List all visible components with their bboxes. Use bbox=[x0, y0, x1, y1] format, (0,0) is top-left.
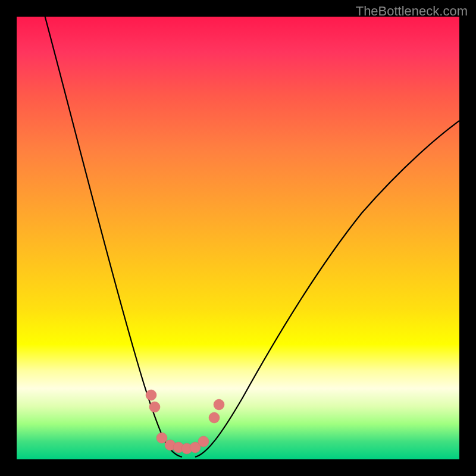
marker-point bbox=[198, 436, 209, 447]
marker-point bbox=[165, 440, 176, 450]
marker-point bbox=[190, 442, 201, 453]
marker-point bbox=[156, 433, 167, 443]
marker-point bbox=[173, 442, 184, 453]
curve-right bbox=[195, 121, 459, 457]
marker-group bbox=[146, 390, 224, 454]
chart-curves-svg bbox=[17, 17, 459, 459]
curve-left bbox=[43, 17, 182, 457]
marker-point bbox=[146, 390, 156, 400]
marker-point bbox=[181, 443, 192, 454]
chart-plot-area bbox=[17, 17, 459, 459]
marker-point bbox=[209, 412, 220, 423]
watermark-text: TheBottleneck.com bbox=[356, 4, 468, 19]
marker-point bbox=[214, 399, 224, 410]
marker-point bbox=[149, 402, 160, 412]
